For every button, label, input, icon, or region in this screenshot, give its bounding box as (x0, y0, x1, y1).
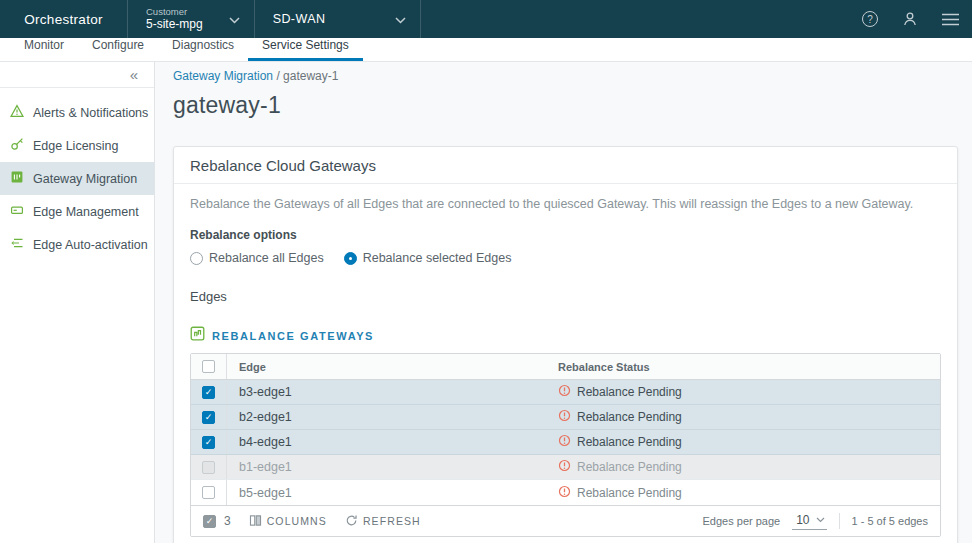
sidebar-item-edge-auto-activation[interactable]: Edge Auto-activation (0, 228, 154, 261)
rebalance-status: Rebalance Pending (550, 480, 940, 505)
column-header-rebalance-status[interactable]: Rebalance Status (550, 354, 940, 379)
tab-monitor[interactable]: Monitor (10, 35, 78, 61)
table-footer: 3 COLUMNS REFRESH Edges per page (191, 505, 940, 536)
sidebar-item-edge-management[interactable]: Edge Management (0, 195, 154, 228)
rebalance-status: Rebalance Pending (550, 455, 940, 479)
row-checkbox[interactable] (202, 461, 215, 474)
pagination-range: 1 - 5 of 5 edges (852, 515, 928, 527)
page-title: gateway-1 (173, 92, 972, 119)
sidebar-item-label: Edge Licensing (33, 139, 118, 153)
customer-dropdown[interactable]: Customer 5-site-mpg (128, 0, 255, 38)
card-description: Rebalance the Gateways of all Edges that… (190, 197, 941, 211)
refresh-button[interactable]: REFRESH (345, 514, 421, 529)
tab-diagnostics[interactable]: Diagnostics (158, 35, 248, 61)
chevron-down-icon (395, 10, 406, 28)
breadcrumb: Gateway Migration / gateway-1 (173, 69, 972, 83)
sidebar-item-alerts-notifications[interactable]: Alerts & Notifications (0, 96, 154, 129)
radio-rebalance-selected-edges[interactable]: Rebalance selected Edges (344, 251, 512, 265)
content-area: Gateway Migration / gateway-1 gateway-1 … (155, 62, 972, 543)
breadcrumb-gateway-migration-link[interactable]: Gateway Migration (173, 69, 273, 83)
main-nav: Monitor Configure Diagnostics Service Se… (0, 38, 972, 62)
status-text: Rebalance Pending (577, 385, 682, 399)
sidebar-collapse-icon[interactable]: « (130, 67, 138, 82)
pending-status-icon (558, 485, 571, 501)
help-icon[interactable]: ? (860, 9, 880, 29)
status-text: Rebalance Pending (577, 460, 682, 474)
status-text: Rebalance Pending (577, 435, 682, 449)
edge-device-icon (10, 203, 24, 220)
table-row[interactable]: b3-edge1 Rebalance Pending (191, 380, 940, 405)
rebalance-gateways-icon (190, 326, 205, 345)
app-header: Orchestrator Customer 5-site-mpg SD-WAN … (0, 0, 972, 38)
customer-label: Customer (146, 6, 203, 18)
pending-status-icon (558, 459, 571, 475)
sidebar-item-label: Alerts & Notifications (33, 106, 148, 120)
edge-name: b2-edge1 (227, 405, 550, 429)
pending-status-icon (558, 434, 571, 450)
table-row[interactable]: b1-edge1 Rebalance Pending (191, 455, 940, 480)
user-icon[interactable] (900, 9, 920, 29)
radio-label: Rebalance selected Edges (363, 251, 512, 265)
table-header-row: Edge Rebalance Status (191, 354, 940, 380)
key-icon (10, 137, 24, 154)
row-checkbox[interactable] (202, 436, 215, 449)
tab-service-settings[interactable]: Service Settings (248, 35, 363, 61)
rebalance-status: Rebalance Pending (550, 380, 940, 404)
status-text: Rebalance Pending (577, 486, 682, 500)
product-title: Orchestrator (0, 0, 128, 38)
rebalance-options-label: Rebalance options (190, 228, 941, 242)
rebalance-card: Rebalance Cloud Gateways Rebalance the G… (173, 146, 958, 543)
selected-count: 3 (224, 514, 231, 528)
row-checkbox[interactable] (202, 386, 215, 399)
chevron-down-icon (229, 10, 240, 28)
customer-value: 5-site-mpg (146, 17, 203, 32)
edge-name: b1-edge1 (227, 455, 550, 479)
rebalance-status: Rebalance Pending (550, 430, 940, 454)
auto-activation-icon (10, 236, 24, 253)
pending-status-icon (558, 384, 571, 400)
table-row[interactable]: b5-edge1 Rebalance Pending (191, 480, 940, 505)
edges-per-page-label: Edges per page (703, 515, 781, 527)
row-checkbox[interactable] (202, 411, 215, 424)
columns-icon (249, 514, 262, 529)
refresh-icon (345, 514, 358, 529)
sidebar-item-label: Edge Management (33, 205, 139, 219)
rebalance-gateways-button[interactable]: REBALANCE GATEWAYS (190, 326, 941, 345)
table-row[interactable]: b4-edge1 Rebalance Pending (191, 430, 940, 455)
row-checkbox[interactable] (202, 486, 215, 499)
alert-triangle-icon (10, 104, 24, 121)
radio-icon[interactable] (344, 252, 357, 265)
radio-icon[interactable] (190, 252, 203, 265)
sidebar: « Alerts & Notifications Edge Licensing … (0, 62, 155, 543)
per-page-select[interactable]: 10 (792, 512, 826, 530)
status-text: Rebalance Pending (577, 410, 682, 424)
edge-name: b4-edge1 (227, 430, 550, 454)
edges-section-label: Edges (190, 289, 941, 304)
edge-name: b5-edge1 (227, 480, 550, 505)
edge-name: b3-edge1 (227, 380, 550, 404)
service-dropdown[interactable]: SD-WAN (255, 0, 422, 38)
footer-selection-checkbox[interactable] (203, 515, 216, 528)
sidebar-item-edge-licensing[interactable]: Edge Licensing (0, 129, 154, 162)
column-header-edge[interactable]: Edge (227, 354, 550, 379)
table-row[interactable]: b2-edge1 Rebalance Pending (191, 405, 940, 430)
card-title: Rebalance Cloud Gateways (174, 147, 957, 184)
pending-status-icon (558, 409, 571, 425)
chevron-down-icon (816, 517, 825, 523)
sidebar-item-label: Gateway Migration (33, 172, 137, 186)
radio-rebalance-all-edges[interactable]: Rebalance all Edges (190, 251, 324, 265)
menu-icon[interactable] (940, 9, 960, 29)
columns-button[interactable]: COLUMNS (249, 514, 327, 529)
radio-label: Rebalance all Edges (209, 251, 324, 265)
breadcrumb-current: gateway-1 (283, 69, 338, 83)
service-label: SD-WAN (273, 12, 326, 26)
tab-configure[interactable]: Configure (78, 35, 158, 61)
sidebar-item-gateway-migration[interactable]: Gateway Migration (0, 162, 154, 195)
select-all-checkbox[interactable] (202, 360, 215, 373)
edges-table: Edge Rebalance Status b3-edge1 Rebalance… (190, 353, 941, 537)
sidebar-item-label: Edge Auto-activation (33, 238, 148, 252)
gateway-icon (10, 170, 24, 187)
rebalance-status: Rebalance Pending (550, 405, 940, 429)
